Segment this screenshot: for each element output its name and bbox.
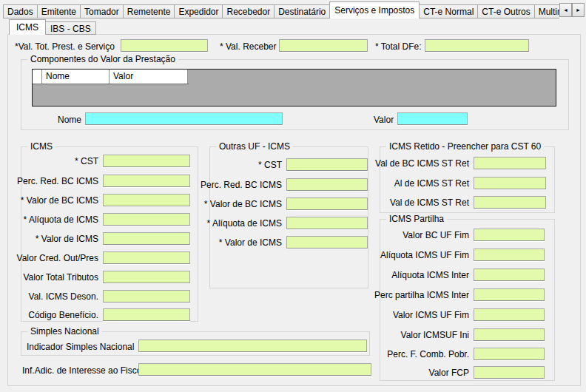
groupbox-componentes-title: Componentes do Valor da Prestação bbox=[27, 54, 178, 64]
tab-scroll-buttons: ◄ ► bbox=[559, 3, 585, 17]
icms-aliquota-de-icms-input[interactable] bbox=[103, 213, 190, 226]
icms-perc-red-bc-icms-label: Perc. Red. BC ICMS bbox=[17, 176, 98, 186]
outras-uf-cst-input[interactable] bbox=[286, 158, 368, 171]
partilha-aliquota-icms-inter-label: Alíquota ICMS Inter bbox=[391, 270, 469, 280]
icms-valor-de-icms-label: * Valor de ICMS bbox=[36, 234, 98, 244]
partilha-valor-fcp-label: Valor FCP bbox=[429, 368, 469, 378]
icms-aliquota-de-icms-label: * Alíquota de ICMS bbox=[24, 214, 98, 225]
partilha-perc-f-comb-pobr-label: Perc. F. Comb. Pobr. bbox=[387, 349, 469, 359]
icms-val-icms-deson-label: Val. ICMS Deson. bbox=[29, 291, 98, 302]
componentes-grid[interactable]: Nome Valor bbox=[32, 69, 556, 107]
outras-uf-aliquota-de-icms-input[interactable] bbox=[286, 217, 368, 229]
componente-valor-input[interactable] bbox=[397, 112, 468, 125]
outras-uf-perc-red-bc-icms-label: Perc. Red. BC ICMS bbox=[201, 180, 282, 190]
retido-val-de-bc-icms-st-ret-input[interactable] bbox=[474, 157, 546, 169]
icms-valor-cred-out-pres-input[interactable] bbox=[103, 251, 190, 264]
partilha-valor-icmsuf-ini-input[interactable] bbox=[474, 328, 545, 341]
total-dfe-input[interactable] bbox=[425, 39, 529, 52]
componente-nome-input[interactable] bbox=[85, 112, 283, 125]
groupbox-icms-partilha-title: ICMS Partilha bbox=[386, 214, 447, 224]
inf-adic-interesse-fisco-label: Inf.Adic. de Interesse ao Fisco bbox=[22, 365, 141, 376]
icms-valor-total-tributos-input[interactable] bbox=[103, 271, 190, 283]
outras-uf-valor-de-icms-label: * Valor de ICMS bbox=[219, 237, 282, 248]
inf-adic-interesse-fisco-input[interactable] bbox=[138, 363, 371, 376]
partilha-aliquota-icms-uf-fim-input[interactable] bbox=[474, 249, 545, 261]
groupbox-icms-title: ICMS bbox=[27, 141, 55, 152]
icms-valor-de-bc-icms-input[interactable] bbox=[103, 194, 190, 206]
groupbox-simples-nacional-title: Simples Nacional bbox=[27, 326, 102, 337]
icms-valor-total-tributos-label: Valor Total Tributos bbox=[23, 272, 98, 283]
outras-uf-aliquota-de-icms-label: * Alíquota de ICMS bbox=[207, 218, 282, 229]
val-receber-input[interactable] bbox=[279, 39, 368, 52]
retido-val-de-icms-st-ret-input[interactable] bbox=[474, 196, 546, 209]
icms-codigo-beneficio-label: Código Benefício. bbox=[28, 310, 98, 320]
arrow-left-icon: ◄ bbox=[563, 7, 568, 13]
icms-valor-de-bc-icms-label: * Valor de BC ICMS bbox=[21, 195, 98, 206]
partilha-aliquota-icms-inter-input[interactable] bbox=[474, 268, 545, 281]
icms-cst-label: * CST bbox=[75, 156, 98, 166]
partilha-perc-partilha-icms-inter-input[interactable] bbox=[474, 288, 545, 301]
partilha-perc-f-comb-pobr-input[interactable] bbox=[474, 348, 545, 360]
grid-column-header-nome[interactable]: Nome bbox=[42, 70, 110, 84]
outras-uf-valor-de-bc-icms-input[interactable] bbox=[286, 197, 368, 210]
outras-uf-valor-de-icms-input[interactable] bbox=[286, 236, 368, 249]
componentes-grid-header: Nome Valor bbox=[33, 70, 189, 84]
partilha-valor-icmsuf-ini-label: Valor ICMSUF Ini bbox=[401, 330, 469, 340]
componente-nome-label: Nome bbox=[58, 115, 81, 125]
val-tot-prest-servico-label: *Val. Tot. Prest. e Serviço bbox=[15, 41, 115, 52]
icms-valor-cred-out-pres-label: Valor Cred. Out/Pres bbox=[17, 253, 98, 263]
total-dfe-label: * Total DFe: bbox=[375, 41, 421, 52]
retido-val-de-icms-st-ret-label: Val de ICMS ST Ret bbox=[390, 197, 469, 208]
grid-row-header-stub bbox=[33, 70, 42, 84]
partilha-valor-icms-uf-fim-input[interactable] bbox=[474, 308, 545, 321]
icms-val-icms-deson-input[interactable] bbox=[103, 290, 190, 303]
val-receber-label: * Val. Receber bbox=[220, 41, 276, 52]
icms-valor-de-icms-input[interactable] bbox=[103, 232, 190, 245]
partilha-valor-bc-uf-fim-input[interactable] bbox=[474, 229, 545, 241]
retido-val-de-bc-icms-st-ret-label: Val de BC ICMS ST Ret bbox=[375, 158, 469, 169]
tab-scroll-left-button[interactable]: ◄ bbox=[559, 3, 572, 17]
val-tot-prest-servico-input[interactable] bbox=[121, 39, 208, 52]
retido-al-de-icms-st-ret-input[interactable] bbox=[474, 177, 546, 189]
indicador-simples-nacional-input[interactable] bbox=[138, 339, 367, 352]
indicador-simples-nacional-label: Indicador Simples Nacional bbox=[27, 342, 134, 352]
partilha-valor-icms-uf-fim-label: Valor ICMS UF Fim bbox=[393, 310, 469, 320]
icms-codigo-beneficio-input[interactable] bbox=[103, 308, 190, 321]
tab-page-content: *Val. Tot. Prest. e Serviço * Val. Receb… bbox=[0, 0, 586, 392]
retido-al-de-icms-st-ret-label: Al de ICMS ST Ret bbox=[394, 178, 469, 189]
componente-valor-label: Valor bbox=[374, 115, 394, 125]
outras-uf-perc-red-bc-icms-input[interactable] bbox=[286, 178, 368, 191]
icms-cst-input[interactable] bbox=[103, 155, 190, 167]
outras-uf-cst-label: * CST bbox=[258, 160, 282, 170]
icms-perc-red-bc-icms-input[interactable] bbox=[103, 175, 190, 187]
partilha-valor-fcp-input[interactable] bbox=[474, 366, 545, 379]
partilha-aliquota-icms-uf-fim-label: Alíquota ICMS UF Fim bbox=[380, 250, 469, 260]
grid-column-header-valor[interactable]: Valor bbox=[110, 70, 188, 84]
partilha-valor-bc-uf-fim-label: Valor BC UF Fim bbox=[403, 230, 469, 240]
groupbox-icms-retido-title: ICMS Retido - Preencher para CST 60 bbox=[386, 141, 544, 152]
tab-scroll-right-button[interactable]: ► bbox=[572, 3, 585, 17]
groupbox-outras-uf-icms-title: Outras UF - ICMS bbox=[216, 141, 293, 152]
partilha-perc-partilha-icms-inter-label: Perc partilha ICMS Inter bbox=[374, 290, 469, 300]
arrow-right-icon: ► bbox=[576, 7, 581, 13]
outras-uf-valor-de-bc-icms-label: * Valor de BC ICMS bbox=[204, 199, 282, 209]
